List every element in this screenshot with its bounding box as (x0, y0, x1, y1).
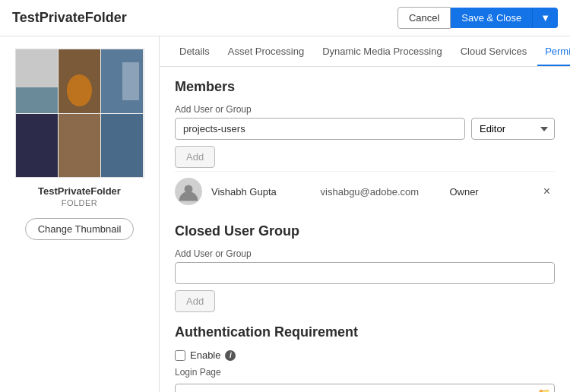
member-input[interactable] (175, 118, 465, 140)
cug-user-input[interactable] (175, 262, 555, 284)
member-remove-button[interactable]: × (539, 183, 555, 200)
cug-add-button[interactable]: Add (175, 290, 215, 312)
member-email: vishabgu@adobe.com (321, 186, 441, 198)
role-select[interactable]: Editor Viewer Owner (471, 118, 555, 140)
add-member-row: Editor Viewer Owner (175, 118, 555, 140)
thumb-cell-2 (59, 49, 100, 113)
sidebar: TestPrivateFolder FOLDER Change Thumbnai… (0, 36, 160, 392)
cug-add-label: Add User or Group (175, 248, 555, 259)
auth-title: Authentication Requirement (175, 324, 555, 340)
login-page-label: Login Page (175, 367, 555, 378)
member-name: Vishabh Gupta (211, 186, 312, 198)
member-row: Vishabh Gupta vishabgu@adobe.com Owner × (175, 171, 555, 211)
auth-section: Authentication Requirement Enable i Logi… (175, 324, 555, 392)
thumb-grid (16, 49, 144, 177)
change-thumbnail-button[interactable]: Change Thumbnail (25, 218, 135, 240)
member-role: Owner (449, 186, 529, 198)
browse-folder-icon[interactable]: 📁 (537, 387, 550, 393)
enable-label[interactable]: Enable (190, 349, 220, 361)
main-layout: TestPrivateFolder FOLDER Change Thumbnai… (0, 36, 570, 392)
thumb-cell-1 (16, 49, 58, 113)
form-content: Members Add User or Group Editor Viewer … (160, 67, 570, 392)
thumb-cell-4 (16, 114, 58, 178)
cancel-button[interactable]: Cancel (397, 7, 451, 29)
tab-details[interactable]: Details (172, 36, 217, 66)
save-dropdown-button[interactable]: ▼ (532, 8, 558, 28)
login-page-input[interactable] (175, 384, 555, 392)
avatar (175, 178, 202, 205)
tab-cloud-services[interactable]: Cloud Services (453, 36, 534, 66)
tab-dynamic-media[interactable]: Dynamic Media Processing (315, 36, 450, 66)
sidebar-folder-type: FOLDER (62, 198, 98, 207)
tab-asset-processing[interactable]: Asset Processing (220, 36, 312, 66)
avatar-icon (178, 181, 199, 202)
login-page-field-container: 📁 (175, 381, 555, 392)
thumb-cell-3 (101, 49, 143, 113)
thumb-cell-6 (101, 114, 143, 178)
enable-checkbox[interactable] (175, 350, 185, 361)
info-icon[interactable]: i (225, 350, 236, 361)
add-member-button[interactable]: Add (175, 146, 215, 168)
add-user-label: Add User or Group (175, 104, 555, 115)
members-section-title: Members (175, 79, 555, 95)
cug-add-row (175, 262, 555, 284)
closed-user-group-section: Closed User Group Add User or Group Add (175, 223, 555, 312)
save-close-button[interactable]: Save & Close (451, 8, 532, 28)
content-area: Details Asset Processing Dynamic Media P… (160, 36, 570, 392)
enable-row: Enable i (175, 349, 555, 361)
tabs: Details Asset Processing Dynamic Media P… (160, 36, 570, 67)
closed-user-group-title: Closed User Group (175, 223, 555, 239)
thumbnail-preview (15, 49, 144, 178)
thumb-cell-5 (59, 114, 100, 178)
tab-permissions[interactable]: Permissions (537, 36, 570, 66)
sidebar-folder-name: TestPrivateFolder (38, 185, 121, 197)
header: TestPrivateFolder Cancel Save & Close ▼ (0, 0, 570, 36)
header-actions: Cancel Save & Close ▼ (397, 7, 558, 29)
page-title: TestPrivateFolder (12, 10, 127, 26)
